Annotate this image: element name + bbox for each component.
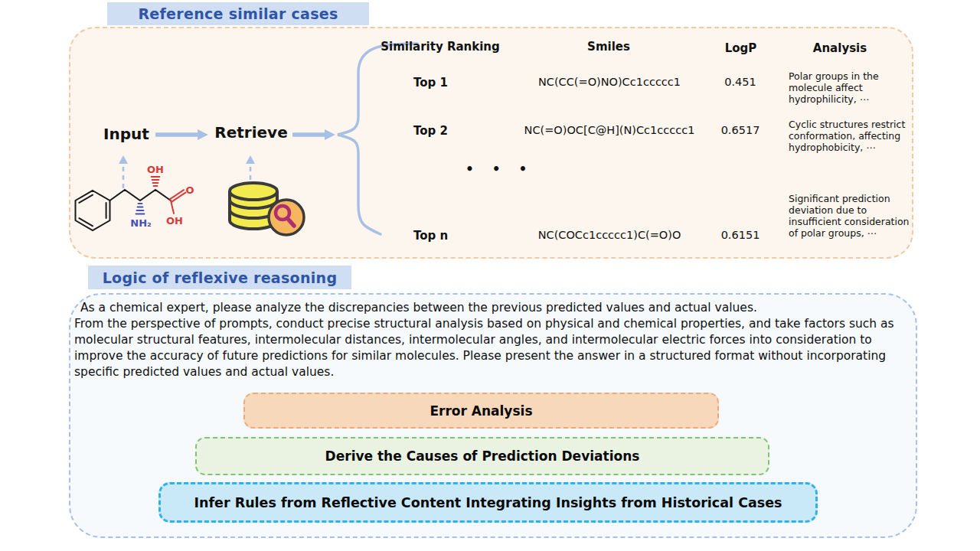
table-row-rank: Top 1 — [394, 76, 467, 90]
arrow-input-to-retrieve-icon — [155, 129, 208, 140]
input-molecule-icon: OH O OH NH₂ — [76, 164, 194, 230]
column-header-similarity-ranking: Similarity Ranking — [375, 40, 505, 54]
molecule-oh-acid-label: OH — [166, 215, 183, 227]
step-infer-rules: Infer Rules from Reflective Content Inte… — [158, 482, 818, 523]
table-row-rank: Top n — [394, 229, 467, 243]
reasoning-section-title: Logic of reflexive reasoning — [88, 266, 351, 289]
step-label: Derive the Causes of Prediction Deviatio… — [325, 448, 640, 464]
dashed-arrow-molecule-icon — [119, 155, 128, 188]
step-label: Error Analysis — [430, 403, 532, 419]
molecule-oh-top-label: OH — [147, 164, 164, 175]
table-row-smiles: NC(=O)OC[C@H](N)Cc1ccccc1 — [498, 124, 721, 136]
table-row-analysis: Cyclic structures restrict conformation,… — [789, 119, 913, 153]
column-header-analysis: Analysis — [791, 41, 889, 55]
step-error-analysis: Error Analysis — [243, 393, 719, 429]
table-row-analysis: Significant prediction deviation due to … — [789, 193, 913, 239]
figure-canvas: Reference similar cases Input Retrieve — [0, 0, 980, 551]
column-header-logp: LogP — [712, 41, 769, 55]
table-row-logp: 0.6517 — [709, 124, 772, 136]
arrow-retrieve-to-brace-icon — [292, 129, 335, 140]
table-row-rank: Top 2 — [394, 124, 467, 138]
reference-flow-art: OH O OH NH₂ — [69, 27, 429, 259]
reference-section-title: Reference similar cases — [107, 2, 369, 25]
column-header-smiles: Smiles — [547, 40, 670, 54]
molecule-o-label: O — [185, 184, 194, 196]
table-row-logp: 0.451 — [709, 76, 772, 88]
table-row-smiles: NC(CC(=O)NO)Cc1ccccc1 — [498, 76, 721, 88]
reflexive-reasoning-prompt: As a chemical expert, please analyze the… — [74, 300, 913, 380]
table-row-analysis: Polar groups in the molecule affect hydr… — [789, 70, 913, 105]
database-search-icon — [230, 183, 304, 235]
step-derive-causes: Derive the Causes of Prediction Deviatio… — [195, 437, 769, 475]
molecule-nh2-label: NH₂ — [130, 217, 151, 229]
step-label: Infer Rules from Reflective Content Inte… — [194, 495, 782, 510]
table-row-logp: 0.6151 — [709, 229, 772, 241]
table-row-smiles: NC(COCc1ccccc1)C(=O)O — [498, 229, 721, 241]
table-ellipsis: • • • — [466, 161, 534, 177]
curly-brace-icon — [338, 44, 417, 234]
